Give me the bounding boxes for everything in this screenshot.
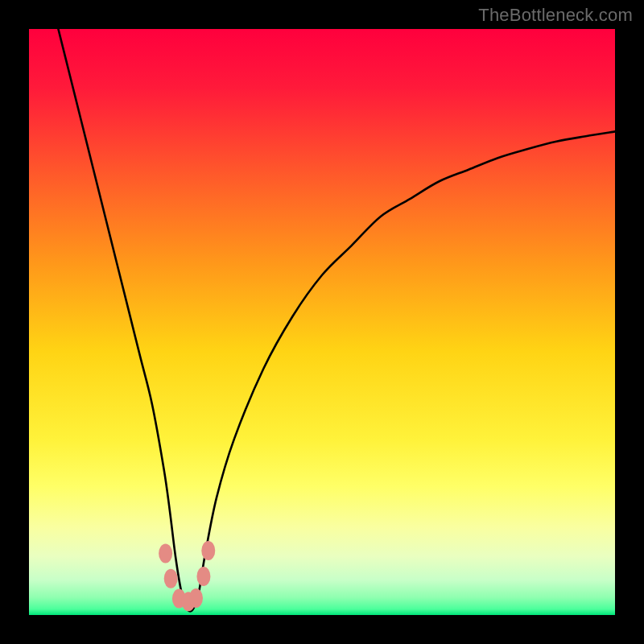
chart-frame: TheBottleneck.com bbox=[0, 0, 644, 644]
marker-right-upper bbox=[201, 541, 215, 560]
plot-area bbox=[29, 29, 615, 615]
marker-right-lower bbox=[196, 567, 210, 586]
curve-layer bbox=[29, 29, 615, 615]
marker-bottom-3 bbox=[189, 588, 203, 608]
bottleneck-curve bbox=[58, 29, 615, 611]
curve-markers bbox=[159, 541, 215, 611]
watermark-text: TheBottleneck.com bbox=[478, 5, 633, 26]
marker-left-lower bbox=[164, 569, 178, 588]
marker-left-upper bbox=[159, 544, 172, 564]
